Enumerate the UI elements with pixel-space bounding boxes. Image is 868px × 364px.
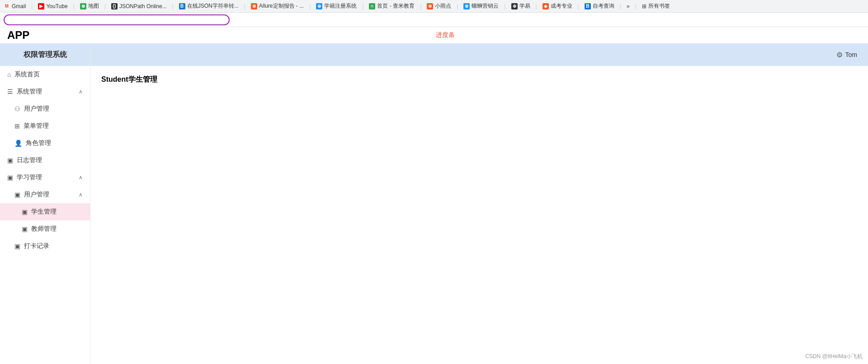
tab-maps[interactable]: ⊕ 地图: [80, 2, 99, 10]
progress-bar-area: 进度条: [29, 29, 861, 42]
xiaoyu-favicon: ⊕: [427, 3, 433, 9]
tab-zikao[interactable]: B 自考查询: [585, 2, 614, 10]
bookmarks-icon: ⊞: [642, 3, 646, 9]
sidebar-role-label: 角色管理: [26, 139, 83, 147]
allure-label: Allure定制报告 - ...: [259, 2, 304, 10]
tab-allure[interactable]: ⊕ Allure定制报告 - ...: [251, 2, 304, 10]
xiaoyu-label: 小雨点: [435, 2, 451, 10]
sidebar-item-teacher-mgmt[interactable]: ▣ 教师管理: [0, 220, 90, 238]
tab-jsonpath[interactable]: {} JSONPath Online...: [111, 3, 167, 9]
sidebar-menu-label: 菜单管理: [24, 122, 83, 130]
sidebar-item-log-mgmt[interactable]: ▣ 日志管理: [0, 152, 90, 169]
jsonpath-favicon: {}: [111, 3, 118, 9]
teacher-icon: ▣: [22, 225, 28, 233]
app-wrapper: APP 进度条 权限管理系统 ⌂ 系统首页 ☰ 系统管理 ∧ ⚇ 用户管理: [0, 27, 868, 364]
sidebar-teacher-label: 教师管理: [31, 225, 83, 233]
sidebar-item-study-mgmt[interactable]: ▣ 学习管理 ∧: [0, 169, 90, 186]
tab-chaomi[interactable]: ≡ 首页 - 查米教育: [369, 2, 415, 10]
more-tabs-icon: »: [627, 3, 630, 9]
user-icon: ⚇: [14, 105, 20, 112]
tab-jsonstr[interactable]: B 在线JSON字符串转...: [179, 2, 239, 10]
app-title: APP: [7, 29, 29, 42]
xueyi-label: 学易: [519, 2, 530, 10]
sidebar-item-student-mgmt[interactable]: ▣ 学生管理: [0, 203, 90, 220]
bookmarks-label: 所有书签: [648, 2, 670, 10]
tab-gmail[interactable]: M Gmail: [4, 3, 26, 9]
system-icon: ☰: [7, 88, 13, 95]
checkin-icon: ▣: [14, 243, 20, 250]
sidebar-item-role-mgmt[interactable]: 👤 角色管理: [0, 135, 90, 152]
tab-xiaoyu[interactable]: ⊕ 小雨点: [427, 2, 451, 10]
sidebar-item-checkin[interactable]: ▣ 打卡记录: [0, 238, 90, 255]
sidebar-title: 权限管理系统: [0, 43, 90, 66]
sidebar-study-label: 学习管理: [17, 173, 75, 182]
sidebar-item-system[interactable]: ☰ 系统管理 ∧: [0, 83, 90, 100]
address-bar[interactable]: [4, 14, 230, 25]
tab-luobo[interactable]: ⊕ 螺蛳营销云: [463, 2, 499, 10]
chaomi-label: 首页 - 查米教育: [377, 2, 415, 10]
sidebar-checkin-label: 打卡记录: [24, 242, 83, 250]
user-name: Tom: [845, 51, 857, 58]
youtube-label: YouTube: [46, 3, 67, 9]
sidebar-user2-label: 用户管理: [24, 191, 75, 199]
sidebar-log-label: 日志管理: [17, 156, 83, 164]
allure-favicon: ⊕: [251, 3, 257, 9]
gmail-favicon: M: [4, 3, 10, 9]
chengkao-label: 成考专业: [551, 2, 572, 10]
maps-label: 地图: [88, 2, 99, 10]
role-icon: 👤: [14, 140, 22, 147]
study-icon: ▣: [7, 174, 13, 181]
user2-icon: ▣: [14, 191, 20, 198]
sidebar-student-label: 学生管理: [31, 208, 83, 216]
xueyi-favicon: ⊕: [511, 3, 518, 9]
bookmarks-button[interactable]: ⊞ 所有书签: [642, 2, 670, 10]
gmail-label: Gmail: [12, 3, 26, 9]
gear-icon[interactable]: ⚙: [836, 51, 843, 59]
student-icon: ▣: [22, 208, 28, 215]
sidebar-item-user-mgmt2[interactable]: ▣ 用户管理 ∧: [0, 186, 90, 203]
watermark: CSDN @ItHeiMa小飞机: [805, 353, 863, 360]
sidebar-user-label: 用户管理: [24, 105, 83, 113]
luobo-favicon: ⊕: [463, 3, 470, 9]
study-arrow-icon: ∧: [79, 174, 83, 181]
sidebar-item-home[interactable]: ⌂ 系统首页: [0, 66, 90, 83]
sidebar: 权限管理系统 ⌂ 系统首页 ☰ 系统管理 ∧ ⚇ 用户管理 ⊞ 菜单管理: [0, 43, 90, 364]
app-main: 权限管理系统 ⌂ 系统首页 ☰ 系统管理 ∧ ⚇ 用户管理 ⊞ 菜单管理: [0, 43, 868, 364]
chengkao-favicon: ◆: [542, 3, 549, 9]
xuji-label: 学籍注册系统: [324, 2, 357, 10]
jsonpath-label: JSONPath Online...: [119, 3, 167, 9]
tab-youtube[interactable]: ▶ YouTube: [38, 3, 67, 9]
user-info: ⚙ Tom: [836, 51, 857, 59]
jsonstr-label: 在线JSON字符串转...: [187, 2, 239, 10]
menu-icon: ⊞: [14, 122, 20, 130]
zikao-label: 自考查询: [593, 2, 614, 10]
progress-label: 进度条: [436, 31, 455, 39]
address-input[interactable]: [9, 17, 224, 23]
tab-xuji[interactable]: ⊕ 学籍注册系统: [316, 2, 357, 10]
browser-topbar: M Gmail | ▶ YouTube | ⊕ 地图 | {} JSONPath…: [0, 0, 868, 13]
luobo-label: 螺蛳营销云: [472, 2, 499, 10]
tab-xueyi[interactable]: ⊕ 学易: [511, 2, 530, 10]
app-titlebar: APP 进度条: [0, 27, 868, 43]
jsonstr-favicon: B: [179, 3, 185, 9]
browser-addressbar: [0, 13, 868, 27]
more-tabs-button[interactable]: »: [627, 3, 630, 9]
maps-favicon: ⊕: [80, 3, 86, 9]
sidebar-home-label: 系统首页: [14, 70, 83, 79]
sidebar-item-menu-mgmt[interactable]: ⊞ 菜单管理: [0, 117, 90, 135]
content-body: Student学生管理: [90, 66, 868, 93]
page-title: Student学生管理: [101, 75, 857, 84]
sidebar-item-user-mgmt[interactable]: ⚇ 用户管理: [0, 100, 90, 117]
content-header: ⚙ Tom: [90, 43, 868, 66]
home-icon: ⌂: [7, 71, 11, 78]
content-area: ⚙ Tom Student学生管理: [90, 43, 868, 364]
chaomi-favicon: ≡: [369, 3, 375, 9]
tab-chengkao[interactable]: ◆ 成考专业: [542, 2, 572, 10]
zikao-favicon: B: [585, 3, 591, 9]
log-icon: ▣: [7, 157, 13, 164]
user2-arrow-icon: ∧: [79, 191, 83, 198]
xuji-favicon: ⊕: [316, 3, 322, 9]
system-arrow-icon: ∧: [79, 89, 83, 95]
youtube-favicon: ▶: [38, 3, 44, 9]
sidebar-system-label: 系统管理: [17, 88, 75, 96]
